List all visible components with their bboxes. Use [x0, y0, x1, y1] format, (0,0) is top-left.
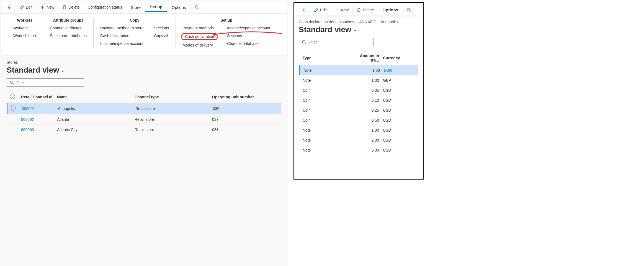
ribbon-group-copy: Copy Payment method to store Cash declar… [94, 18, 176, 48]
config-status-button[interactable]: Configuration status [84, 3, 127, 12]
edit-button-right[interactable]: Edit [310, 6, 331, 14]
table-row[interactable]: Coin0.05USD [299, 85, 418, 95]
table-row[interactable]: Coin0.50USD [299, 115, 418, 125]
view-title-text: Standard view [7, 66, 59, 75]
table-row[interactable]: 000003Atlantic CityRetail store038 [7, 125, 281, 135]
col-header-type[interactable]: Type [303, 56, 352, 60]
cell-id[interactable]: 000002 [21, 117, 57, 122]
cell-type: Note [303, 128, 352, 132]
ribbon-link[interactable]: Payment methods [181, 25, 218, 31]
table-row[interactable]: 000001AnnapolisRetail store036 [7, 103, 281, 114]
search-button-right[interactable] [403, 6, 415, 14]
chevron-down-icon: ⌄ [353, 27, 357, 32]
table-row[interactable]: Note1.00EUR [299, 65, 418, 75]
ribbon-link[interactable]: Work shift list [12, 33, 37, 39]
content-left: Stores Standard view ⌄ Retail Channel Id… [0, 55, 288, 140]
action-bar-left: Edit New Delete Configuration status Sto… [1, 1, 287, 14]
filter-input-right[interactable] [308, 40, 370, 44]
cell-unit: 036 [213, 106, 278, 111]
table-row[interactable]: Coin0.25USD [299, 105, 418, 115]
tab-options-right[interactable]: Options [378, 5, 403, 14]
back-button[interactable] [3, 3, 16, 12]
view-title-right[interactable]: Standard view ⌄ [299, 25, 418, 34]
edit-label: Edit [26, 5, 32, 9]
cell-amount: 0.10 [352, 98, 383, 103]
select-all[interactable] [10, 94, 21, 100]
ribbon-link[interactable]: Income/expense account [226, 25, 271, 31]
ribbon-link[interactable]: Cash declaration [99, 33, 145, 39]
filter-search-icon [302, 40, 306, 44]
cell-type: Note [303, 68, 353, 73]
ribbon-group-attributes: Attribute groups Channel attributes Sale… [43, 18, 94, 48]
back-arrow-icon [302, 8, 306, 12]
filter-box-right[interactable] [299, 38, 373, 46]
table-row[interactable]: Note5.00USD [299, 145, 418, 155]
cell-currency: EUR [384, 68, 406, 73]
col-header-amount[interactable]: Amount in tra... [352, 53, 383, 62]
col-header-unit[interactable]: Operating unit number [212, 95, 278, 99]
cell-type: Note [303, 138, 352, 142]
cell-type: Note [303, 78, 352, 83]
back-button-right[interactable] [298, 6, 310, 14]
view-title[interactable]: Standard view ⌄ [7, 66, 281, 75]
ribbon-group-workers: Workers Workers Work shift list [7, 18, 43, 48]
pencil-icon [20, 5, 24, 9]
ribbon-link[interactable]: Workers [12, 25, 37, 31]
table-row[interactable]: Note2.00USD [299, 135, 418, 145]
ribbon-link[interactable]: Sections [153, 25, 170, 31]
col-header-type[interactable]: Channel type [135, 95, 212, 99]
svg-point-1 [10, 81, 13, 84]
tab-setup[interactable]: Set up [145, 2, 167, 12]
svg-point-0 [195, 6, 198, 8]
delete-button-right[interactable]: Delete [353, 6, 378, 14]
table-row[interactable]: Coin0.10USD [299, 95, 418, 105]
cell-currency: USD [383, 128, 405, 132]
ribbon-link-cash-declaration[interactable]: Cash declaration [181, 33, 218, 40]
ribbon-link[interactable]: Channel attributes [49, 25, 88, 31]
delete-button[interactable]: Delete [58, 3, 84, 12]
col-header-name[interactable]: Name [57, 95, 135, 99]
cell-currency: USD [383, 108, 405, 112]
new-button-right[interactable]: New [331, 6, 353, 14]
ribbon-link[interactable]: Copy all [153, 33, 170, 39]
ribbon-link[interactable]: Modes of delivery [181, 42, 218, 48]
cell-name: Atlanta [57, 117, 135, 122]
table-row[interactable]: 000002AtlantaRetail store037 [7, 114, 281, 125]
search-button[interactable] [191, 3, 203, 12]
new-button[interactable]: New [37, 3, 58, 12]
chevron-down-icon: ⌄ [61, 68, 65, 73]
breadcrumb-right: Cash declaration denominations | ANNAPOL… [299, 20, 418, 24]
filter-box[interactable] [7, 78, 84, 87]
content-right: Cash declaration denominations | ANNAPOL… [294, 16, 423, 159]
table-row[interactable]: Note1.00GBP [299, 75, 418, 85]
col-header-id[interactable]: Retail Channel Id [21, 95, 57, 99]
ribbon-link[interactable]: Payment method to store [99, 25, 145, 31]
tab-store[interactable]: Store [126, 3, 145, 12]
plus-icon [40, 5, 45, 9]
cell-amount: 1.00 [352, 78, 383, 83]
breadcrumb: Stores [7, 60, 281, 65]
ribbon-link[interactable]: Sales order attributes [49, 33, 88, 39]
cell-type: Retail store [135, 127, 212, 132]
cell-type: Retail store [135, 117, 212, 122]
cell-amount: 0.50 [352, 118, 383, 122]
table-row[interactable]: Note1.00USD [299, 125, 418, 135]
stores-grid: Retail Channel Id Name Channel type Oper… [7, 91, 281, 135]
edit-button[interactable]: Edit [16, 3, 37, 12]
filter-input[interactable] [16, 80, 81, 85]
new-label: New [47, 5, 54, 9]
ribbon-title-attributes: Attribute groups [49, 18, 88, 22]
cell-id[interactable]: 000001 [22, 106, 58, 111]
breadcrumb-a: Cash declaration denominations [299, 20, 354, 24]
tab-options[interactable]: Options [167, 3, 191, 12]
ribbon-link[interactable]: Channel database [226, 41, 271, 46]
ribbon-link[interactable]: Income/expense account [99, 41, 145, 46]
cell-id[interactable]: 000003 [21, 127, 57, 132]
search-icon [406, 8, 411, 12]
ribbon-link[interactable]: Sections [226, 33, 271, 39]
search-icon [195, 5, 199, 9]
filter-search-icon [10, 80, 14, 85]
row-select[interactable] [11, 106, 22, 111]
cell-currency: USD [383, 98, 405, 103]
col-header-currency[interactable]: Currency [383, 56, 405, 60]
